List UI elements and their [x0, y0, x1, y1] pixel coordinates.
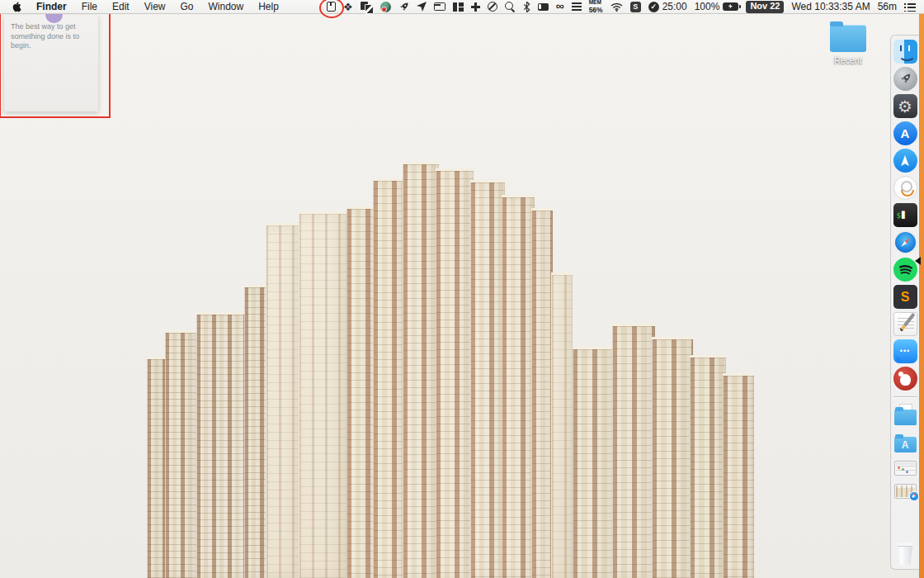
safari-badge-icon	[909, 491, 919, 501]
terminal-cursor: ▊	[902, 211, 906, 219]
lines-glyph	[572, 2, 582, 11]
list-glyph	[904, 2, 916, 12]
spotlight-search-icon[interactable]	[505, 1, 516, 13]
building-tower	[165, 330, 200, 578]
clipboard-stack-icon[interactable]	[361, 1, 373, 13]
infinity-icon[interactable]: ∞	[556, 1, 564, 13]
dock-applications-folder[interactable]: A	[894, 437, 917, 452]
bluetooth-icon[interactable]	[523, 1, 530, 13]
date-badge[interactable]: Nov 22	[746, 1, 784, 13]
s-app-badge[interactable]: S	[630, 2, 641, 12]
dock-launchpad[interactable]	[893, 67, 917, 91]
applications-a: A	[894, 437, 917, 452]
menu-clock[interactable]: Wed 10:33:35 AM	[791, 1, 870, 13]
building-tower	[531, 208, 553, 578]
search-glyph	[505, 2, 516, 12]
plus-glyph	[471, 2, 480, 12]
menu-lines-icon[interactable]	[572, 1, 582, 13]
tiles-glyph	[453, 2, 464, 12]
mem-value: 56%	[589, 7, 603, 14]
building-tower	[573, 347, 615, 578]
dock-safari[interactable]	[893, 230, 917, 254]
do-not-disturb-icon[interactable]	[488, 1, 497, 13]
building-tower	[346, 206, 376, 578]
rocket-glyph	[398, 2, 409, 12]
dock: ⚙ A $▊ S ••• A	[890, 35, 919, 570]
dock-downloads-folder[interactable]	[894, 410, 917, 425]
memory-usage[interactable]: MEM 56%	[589, 1, 603, 13]
battery-percent: 100%	[695, 1, 720, 12]
building-tower	[470, 180, 505, 578]
menu-window[interactable]: Window	[209, 1, 244, 12]
folder-front	[894, 410, 917, 425]
location-arrow-icon[interactable]	[417, 1, 427, 13]
plus-icon[interactable]	[471, 1, 480, 13]
pomodoro-timer[interactable]: ✓ 25:00	[648, 1, 687, 13]
dock-sublime-text[interactable]: S	[893, 285, 917, 309]
dock-trash[interactable]	[896, 542, 914, 565]
recent-label: Recent	[825, 55, 871, 65]
building-tower	[403, 162, 439, 578]
wifi-glyph	[610, 2, 623, 12]
dock-minimized-window[interactable]	[894, 461, 917, 476]
dock-bear-notes[interactable]	[893, 367, 917, 391]
battery-app-icon[interactable]	[538, 1, 549, 13]
dock-terminal[interactable]: $▊	[893, 203, 917, 227]
dock-textedit[interactable]	[893, 312, 917, 336]
battery-app-glyph	[538, 3, 549, 11]
dock-edge-triangle-indicator	[915, 257, 921, 265]
mem-label: MEM	[589, 0, 601, 6]
dnd-glyph	[488, 2, 497, 12]
wifi-icon[interactable]	[610, 1, 623, 13]
pomodoro-time: 25:00	[662, 1, 687, 12]
building-tower	[690, 355, 726, 578]
globe-icon[interactable]	[380, 1, 391, 13]
check-circle-icon: ✓	[648, 2, 659, 12]
dock-focus-ring-app[interactable]	[893, 176, 917, 200]
dock-navigation[interactable]	[893, 149, 917, 173]
menu-app-name[interactable]: Finder	[36, 1, 67, 12]
dock-minimized-safari-window[interactable]	[894, 484, 917, 499]
battery-charging[interactable]: 100%	[695, 1, 739, 13]
dropbox-icon[interactable]: ❖	[343, 1, 353, 13]
status-bar: ❖	[327, 1, 924, 13]
timeout-badge[interactable]: 56m	[878, 1, 897, 13]
dock-spotify[interactable]	[893, 258, 917, 282]
sticky-note[interactable]: The best way to get something done is to…	[4, 15, 98, 111]
menu-go[interactable]: Go	[181, 1, 194, 12]
apple-logo-icon	[12, 1, 21, 12]
tile-windows-icon[interactable]	[453, 1, 464, 13]
folder-icon	[830, 25, 866, 52]
spotify-waves-icon	[898, 263, 913, 277]
window-thumbnail	[896, 462, 915, 474]
menu-view[interactable]: View	[144, 1, 166, 12]
window-snap-icon[interactable]	[434, 1, 446, 13]
sublime-s: S	[901, 290, 910, 305]
apple-menu-icon[interactable]	[12, 1, 21, 12]
clipboard-glyph	[361, 2, 373, 12]
dock-finder[interactable]	[893, 40, 917, 64]
list-menu-icon[interactable]	[904, 1, 916, 13]
dock-messages[interactable]: •••	[893, 339, 917, 363]
messages-dots: •••	[893, 347, 917, 355]
building-tower	[652, 337, 693, 578]
menu-edit[interactable]: Edit	[112, 1, 130, 12]
dock-system-preferences[interactable]: ⚙	[893, 94, 917, 118]
dock-app-store[interactable]: A	[893, 121, 917, 145]
rocket-icon[interactable]	[398, 1, 409, 13]
building-tower	[436, 168, 474, 578]
orange-edge-strip	[919, 14, 924, 578]
desktop: Finder File Edit View Go Window Help ❖	[0, 0, 924, 578]
menu-help[interactable]: Help	[258, 1, 279, 12]
gear-icon: ⚙	[898, 98, 912, 115]
dock-divider	[893, 396, 917, 397]
building-tower	[373, 178, 406, 578]
menu-file[interactable]: File	[82, 1, 97, 12]
battery-icon	[723, 2, 738, 11]
terminal-prompt: $	[897, 211, 901, 220]
keep-glyph	[327, 2, 336, 12]
desktop-icon-recent[interactable]: Recent	[825, 25, 871, 65]
keep-icon[interactable]	[327, 1, 336, 13]
building-tower	[612, 324, 655, 578]
location-glyph	[417, 2, 427, 12]
